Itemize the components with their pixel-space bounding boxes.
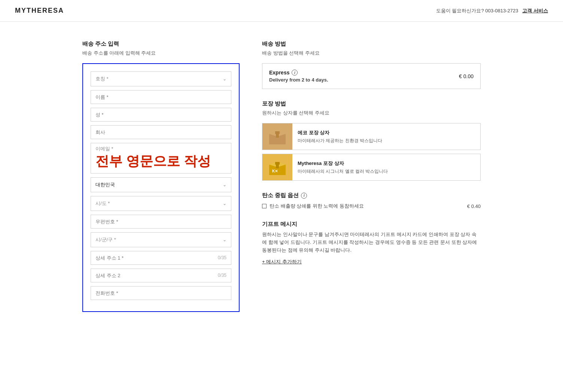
carbon-option-text: 탄소 배출량 상쇄를 위한 노력에 동참하세요 xyxy=(270,203,364,209)
salutation-field[interactable]: 호칭 * ⌄ xyxy=(91,71,231,86)
district-field[interactable]: 시/군/구 * ⌄ xyxy=(91,232,231,247)
zip-input[interactable] xyxy=(95,219,226,224)
last-name-field[interactable] xyxy=(91,108,231,122)
svg-text:K✕: K✕ xyxy=(272,169,278,173)
city-field[interactable]: 시/도 * ⌄ xyxy=(91,196,231,211)
gift-add-link[interactable]: + 메시지 추가하기 xyxy=(262,259,302,264)
mytheresa-packaging-desc: 마이테레사의 시그니처 옐로 컬러 박스입니다 xyxy=(298,168,388,175)
delivery-subtitle: 배송 방법을 선택해 주세요 xyxy=(262,50,481,56)
last-name-input[interactable] xyxy=(95,112,226,117)
express-info-icon[interactable]: i xyxy=(292,70,298,76)
address2-char-count: 0/35 xyxy=(218,273,226,278)
email-label: 이메일 * xyxy=(91,143,231,152)
packaging-title: 포장 방법 xyxy=(262,100,481,107)
eco-packaging-desc: 마이테레사가 제공하는 친환경 박스입니다 xyxy=(298,138,382,144)
eco-packaging-option[interactable]: 에코 포장 상자 마이테레사가 제공하는 친환경 박스입니다 xyxy=(262,123,481,150)
delivery-method-section: 배송 방법 배송 방법을 선택해 주세요 Express i Delivery … xyxy=(262,40,481,89)
eco-packaging-info: 에코 포장 상자 마이테레사가 제공하는 친환경 박스입니다 xyxy=(292,126,387,148)
country-field[interactable]: 대한민국 ⌄ xyxy=(91,177,231,192)
company-field[interactable] xyxy=(91,125,231,139)
address-section-subtitle: 배송 주소를 아래에 입력해 주세요 xyxy=(82,50,240,56)
eco-box-thumbnail xyxy=(262,123,292,150)
header-contact: 도움이 필요하신가요? 003-0813-2723 고객 서비스 xyxy=(436,7,548,14)
address1-char-count: 0/35 xyxy=(218,255,226,260)
packaging-subtitle: 원하시는 상자를 선택해 주세요 xyxy=(262,110,481,116)
help-text: 도움이 필요하신가요? 003-0813-2723 xyxy=(436,8,518,13)
country-label: 대한민국 xyxy=(95,181,115,188)
first-name-field[interactable] xyxy=(91,90,231,104)
salutation-chevron-icon: ⌄ xyxy=(223,76,226,82)
eco-box-icon xyxy=(268,128,287,145)
address2-field[interactable]: 0/35 xyxy=(91,269,231,282)
city-chevron-icon: ⌄ xyxy=(223,201,226,206)
delivery-options-section: 배송 방법 배송 방법을 선택해 주세요 Express i Delivery … xyxy=(262,40,481,312)
email-overlay-text: 전부 영문으로 작성 xyxy=(91,152,231,173)
address2-input[interactable] xyxy=(95,273,218,278)
address-section-title: 배송 주소 입력 xyxy=(82,40,240,48)
svg-rect-6 xyxy=(275,162,280,165)
svg-rect-2 xyxy=(275,131,280,134)
phone-field[interactable] xyxy=(91,286,231,300)
eco-packaging-name: 에코 포장 상자 xyxy=(298,129,382,136)
carbon-option-left: 탄소 배출량 상쇄를 위한 노력에 동참하세요 xyxy=(262,203,364,209)
svg-rect-7 xyxy=(276,165,279,168)
gift-desc: 원하시는 인사말이나 문구를 남겨주시면 마이테레사의 기프트 메시지 카드에 … xyxy=(262,231,481,254)
express-subtitle: Delivery from 2 to 4 days. xyxy=(269,77,328,83)
phone-input[interactable] xyxy=(95,290,226,296)
zip-field[interactable] xyxy=(91,215,231,229)
gift-message-section: 기프트 메시지 원하시는 인사말이나 문구를 남겨주시면 마이테레사의 기프트 … xyxy=(262,221,481,265)
district-label: 시/군/구 * xyxy=(95,236,116,243)
carbon-neutral-section: 탄소 중립 옵션 i 탄소 배출량 상쇄를 위한 노력에 동참하세요 € 0.4… xyxy=(262,192,481,209)
carbon-price: € 0.40 xyxy=(467,203,481,209)
site-logo: MYTHERESA xyxy=(15,7,64,15)
gift-title: 기프트 메시지 xyxy=(262,221,481,228)
first-name-input[interactable] xyxy=(95,94,226,100)
delivery-option-info: Express i Delivery from 2 to 4 days. xyxy=(269,70,328,83)
main-content: 배송 주소 입력 배송 주소를 아래에 입력해 주세요 호칭 * ⌄ 이 xyxy=(0,22,563,331)
carbon-info-icon[interactable]: i xyxy=(301,193,307,199)
company-input[interactable] xyxy=(95,129,226,135)
district-chevron-icon: ⌄ xyxy=(223,237,226,242)
mytheresa-packaging-info: Mytheresa 포장 상자 마이테레사의 시그니처 옐로 컬러 박스입니다 xyxy=(292,156,393,178)
carbon-title: 탄소 중립 옵션 i xyxy=(262,192,481,199)
city-label: 시/도 * xyxy=(95,200,110,207)
address1-field[interactable]: 0/35 xyxy=(91,251,231,265)
delivery-title: 배송 방법 xyxy=(262,40,481,48)
country-chevron-icon: ⌄ xyxy=(223,182,226,187)
address1-input[interactable] xyxy=(95,255,218,261)
mytheresa-packaging-name: Mytheresa 포장 상자 xyxy=(298,160,388,167)
page-header: MYTHERESA 도움이 필요하신가요? 003-0813-2723 고객 서… xyxy=(0,0,563,22)
packaging-method-section: 포장 방법 원하시는 상자를 선택해 주세요 에코 포장 상자 마이테레사가 제… xyxy=(262,100,481,181)
address-form-box: 호칭 * ⌄ 이메일 * 전부 영문으로 작성 대한민국 xyxy=(82,63,240,312)
express-delivery-option[interactable]: Express i Delivery from 2 to 4 days. € 0… xyxy=(262,63,481,89)
email-field-wrapper[interactable]: 이메일 * 전부 영문으로 작성 xyxy=(91,143,231,174)
salutation-label: 호칭 * xyxy=(95,76,109,82)
mytheresa-box-thumbnail: K✕ xyxy=(262,154,292,180)
delivery-price: € 0.00 xyxy=(459,73,474,79)
address-form-section: 배송 주소 입력 배송 주소를 아래에 입력해 주세요 호칭 * ⌄ 이 xyxy=(82,40,240,312)
mytheresa-packaging-option[interactable]: K✕ Mytheresa 포장 상자 마이테레사의 시그니처 옐로 컬러 박스입… xyxy=(262,154,481,181)
carbon-checkbox-icon[interactable] xyxy=(262,204,267,208)
customer-service-link[interactable]: 고객 서비스 xyxy=(522,8,548,13)
mytheresa-box-icon: K✕ xyxy=(268,159,287,176)
svg-rect-3 xyxy=(276,134,279,138)
express-title: Express i xyxy=(269,70,328,76)
carbon-option[interactable]: 탄소 배출량 상쇄를 위한 노력에 동참하세요 € 0.40 xyxy=(262,203,481,209)
